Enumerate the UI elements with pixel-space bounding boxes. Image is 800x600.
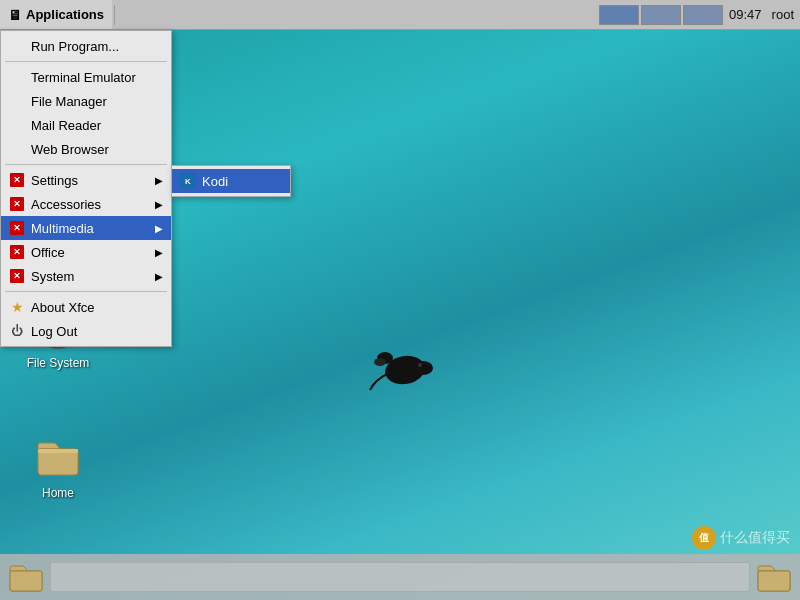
bottom-spacer [50, 562, 750, 592]
taskbar-box-2[interactable] [641, 5, 681, 25]
taskbar-user: root [772, 7, 794, 22]
taskbar-clock: 09:47 [729, 7, 762, 22]
run-program-label: Run Program... [31, 39, 163, 54]
accessories-icon: ✕ [9, 196, 25, 212]
settings-icon: ✕ [9, 172, 25, 188]
file-manager-label: File Manager [31, 94, 163, 109]
office-icon: ✕ [9, 244, 25, 260]
bottom-panel [0, 554, 800, 600]
watermark: 值 什么值得买 [692, 526, 790, 550]
taskbar-separator [114, 5, 115, 25]
submenu-item-kodi[interactable]: K Kodi [172, 169, 290, 193]
watermark-text: 什么值得买 [720, 529, 790, 547]
desktop-icon-home[interactable]: Home [18, 430, 98, 504]
taskbar-box-1[interactable] [599, 5, 639, 25]
menu-item-log-out[interactable]: ⏻ Log Out [1, 319, 171, 343]
mail-reader-label: Mail Reader [31, 118, 163, 133]
settings-arrow: ▶ [155, 175, 163, 186]
settings-label: Settings [31, 173, 155, 188]
multimedia-submenu: K Kodi [171, 165, 291, 197]
watermark-badge: 值 [692, 526, 716, 550]
svg-rect-15 [758, 571, 790, 591]
applications-menu-button[interactable]: 🖥 Applications [0, 0, 112, 29]
mail-reader-icon [9, 117, 25, 133]
multimedia-icon: ✕ [9, 220, 25, 236]
multimedia-arrow: ▶ [155, 223, 163, 234]
menu-item-mail-reader[interactable]: Mail Reader [1, 113, 171, 137]
applications-icon: 🖥 [8, 7, 22, 23]
menu-item-file-manager[interactable]: File Manager [1, 89, 171, 113]
applications-label: Applications [26, 7, 104, 22]
taskbar: 🖥 Applications 09:47 root [0, 0, 800, 30]
svg-rect-13 [10, 571, 42, 591]
kodi-label: Kodi [202, 174, 228, 189]
about-xfce-icon: ★ [9, 299, 25, 315]
desktop: 🖥 Applications 09:47 root Run Program...… [0, 0, 800, 600]
terminal-icon [9, 69, 25, 85]
menu-separator-2 [5, 164, 167, 165]
office-label: Office [31, 245, 155, 260]
filesystem-label: File System [27, 356, 90, 370]
svg-point-4 [418, 363, 422, 367]
menu-separator-1 [5, 61, 167, 62]
taskbar-box-3[interactable] [683, 5, 723, 25]
system-label: System [31, 269, 155, 284]
menu-separator-3 [5, 291, 167, 292]
svg-rect-11 [38, 449, 78, 453]
home-icon-img [34, 434, 82, 482]
home-label: Home [42, 486, 74, 500]
menu-item-web-browser[interactable]: Web Browser [1, 137, 171, 161]
menu-item-settings[interactable]: ✕ Settings ▶ [1, 168, 171, 192]
terminal-label: Terminal Emulator [31, 70, 163, 85]
taskbar-boxes [599, 5, 723, 25]
file-manager-icon [9, 93, 25, 109]
log-out-label: Log Out [31, 324, 163, 339]
menu-item-office[interactable]: ✕ Office ▶ [1, 240, 171, 264]
desktop-mouse [365, 340, 435, 400]
about-xfce-label: About Xfce [31, 300, 163, 315]
svg-point-2 [374, 358, 386, 366]
menu-item-terminal[interactable]: Terminal Emulator [1, 65, 171, 89]
menu-item-run-program[interactable]: Run Program... [1, 34, 171, 58]
bottom-icon-right[interactable] [756, 559, 792, 595]
menu-item-accessories[interactable]: ✕ Accessories ▶ [1, 192, 171, 216]
svg-point-3 [413, 361, 433, 375]
kodi-icon: K [180, 173, 196, 189]
log-out-icon: ⏻ [9, 323, 25, 339]
bottom-icon-left[interactable] [8, 559, 44, 595]
menu-item-about-xfce[interactable]: ★ About Xfce [1, 295, 171, 319]
office-arrow: ▶ [155, 247, 163, 258]
web-browser-label: Web Browser [31, 142, 163, 157]
menu-item-multimedia[interactable]: ✕ Multimedia ▶ [1, 216, 171, 240]
applications-menu: Run Program... Terminal Emulator File Ma… [0, 30, 172, 347]
accessories-label: Accessories [31, 197, 155, 212]
multimedia-label: Multimedia [31, 221, 155, 236]
accessories-arrow: ▶ [155, 199, 163, 210]
system-arrow: ▶ [155, 271, 163, 282]
system-icon: ✕ [9, 268, 25, 284]
menu-item-system[interactable]: ✕ System ▶ [1, 264, 171, 288]
run-program-icon [9, 38, 25, 54]
web-browser-icon [9, 141, 25, 157]
